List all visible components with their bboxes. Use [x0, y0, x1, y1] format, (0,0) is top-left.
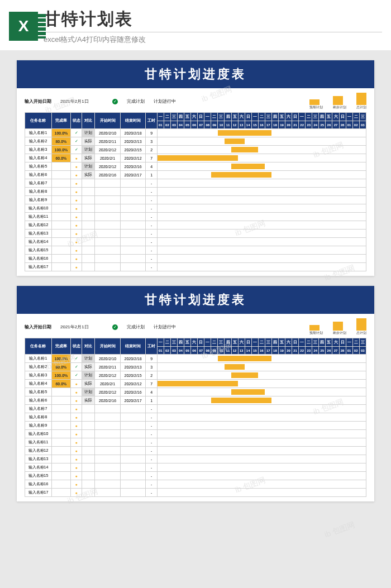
table-row: 输入名称8●-	[25, 413, 366, 422]
timeline-cell	[157, 263, 366, 271]
table-row: 输入名称14●-	[25, 463, 366, 472]
table-row: 输入名称460.0%●实际2020/2/12020/2/127	[25, 154, 366, 162]
col-header: 状态	[70, 113, 82, 129]
end	[120, 238, 146, 246]
dur: 2	[146, 146, 158, 154]
tag	[82, 438, 95, 447]
tag: 计划	[82, 388, 95, 396]
dur: 3	[146, 137, 158, 146]
pct: 60.0%	[51, 380, 70, 388]
end: 2020/2/17	[120, 396, 146, 405]
start	[95, 221, 121, 230]
table-row: 输入名称12●-	[25, 447, 366, 455]
tag	[82, 405, 95, 413]
gantt-table-2: 任务名称完成率状态对比开始时间结束时间工时一二三四五六日一二三四五六日一二三四五…	[25, 338, 366, 497]
status: ✓	[70, 137, 82, 146]
table-row: 输入名称7●-	[25, 405, 366, 413]
start: 2020/2/1	[95, 380, 121, 388]
end: 2020/2/18	[120, 355, 146, 363]
dur: -	[146, 430, 158, 438]
task-name: 输入名称15	[25, 246, 52, 255]
table-row: 输入名称14●-	[25, 238, 366, 246]
tag	[82, 230, 95, 238]
dur: 7	[146, 154, 158, 162]
timeline-cell	[157, 230, 366, 238]
tag: 计划	[82, 146, 95, 154]
status: ●	[70, 480, 82, 489]
end	[120, 413, 146, 422]
task-name: 输入名称5	[25, 162, 52, 171]
table-row: 输入名称11●-	[25, 213, 366, 221]
start: 2020/2/11	[95, 137, 121, 146]
start	[95, 188, 121, 196]
gantt-bar	[158, 155, 238, 161]
pct	[51, 188, 70, 196]
task-name: 输入名称17	[25, 489, 52, 497]
dur: -	[146, 438, 158, 447]
status: ●	[70, 171, 82, 179]
dur: -	[146, 455, 158, 463]
table-row: 输入名称6●实际2020/2/162020/2/171	[25, 171, 366, 179]
timeline-cell	[157, 438, 366, 447]
status: ●	[70, 396, 82, 405]
gantt-bar	[211, 398, 271, 403]
table-row: 输入名称10●-	[25, 430, 366, 438]
end: 2020/2/15	[120, 146, 146, 154]
pct: 100.0%	[51, 129, 70, 137]
dur: -	[146, 179, 158, 188]
col-header: 对比	[82, 338, 95, 355]
end: 2020/2/16	[120, 162, 146, 171]
start-date-label: 输入开始日期	[25, 98, 51, 104]
table-row: 输入名称5●计划2020/2/122020/2/164	[25, 388, 366, 396]
start	[95, 204, 121, 213]
table-row: 输入名称3100.0%✓计划2020/2/122020/2/152	[25, 371, 366, 380]
tag	[82, 422, 95, 430]
timeline-cell	[157, 238, 366, 246]
start	[95, 455, 121, 463]
task-name: 输入名称10	[25, 204, 52, 213]
start	[95, 489, 121, 497]
status: ●	[70, 246, 82, 255]
tag	[82, 480, 95, 489]
table-row: 输入名称17●-	[25, 263, 366, 271]
task-name: 输入名称3	[25, 146, 52, 154]
tag	[82, 255, 95, 263]
task-name: 输入名称4	[25, 380, 52, 388]
tag: 实际	[82, 363, 95, 371]
pct	[51, 463, 70, 472]
pct: 100.0%	[51, 371, 70, 380]
start	[95, 213, 121, 221]
mini-chart: 预期计划 剩余计划 总计划	[309, 93, 366, 110]
tag: 计划	[82, 162, 95, 171]
tag	[82, 463, 95, 472]
timeline-cell	[157, 455, 366, 463]
task-name: 输入名称9	[25, 422, 52, 430]
task-name: 输入名称8	[25, 188, 52, 196]
task-name: 输入名称9	[25, 196, 52, 204]
col-header: 结束时间	[120, 113, 146, 129]
col-header: 对比	[82, 113, 95, 129]
start	[95, 422, 121, 430]
gantt-bar	[211, 172, 271, 178]
pct	[51, 204, 70, 213]
end: 2020/2/13	[120, 363, 146, 371]
watermark: ib 包图网	[323, 520, 357, 540]
pct	[51, 238, 70, 246]
timeline-cell	[157, 221, 366, 230]
dur: -	[146, 188, 158, 196]
pct	[51, 430, 70, 438]
tag	[82, 263, 95, 271]
status: ✓	[70, 363, 82, 371]
col-header: 状态	[70, 338, 82, 355]
status: ✓	[70, 129, 82, 137]
task-name: 输入名称7	[25, 405, 52, 413]
pct	[51, 196, 70, 204]
end	[120, 221, 146, 230]
end	[120, 204, 146, 213]
start	[95, 438, 121, 447]
timeline-cell	[157, 129, 366, 137]
tag: 实际	[82, 154, 95, 162]
template-preview-1: 甘特计划进度表 输入开始日期 2021年2月1日 ✓ 完成计划 计划进行中 预期…	[17, 60, 374, 276]
end	[120, 246, 146, 255]
status: ●	[70, 263, 82, 271]
